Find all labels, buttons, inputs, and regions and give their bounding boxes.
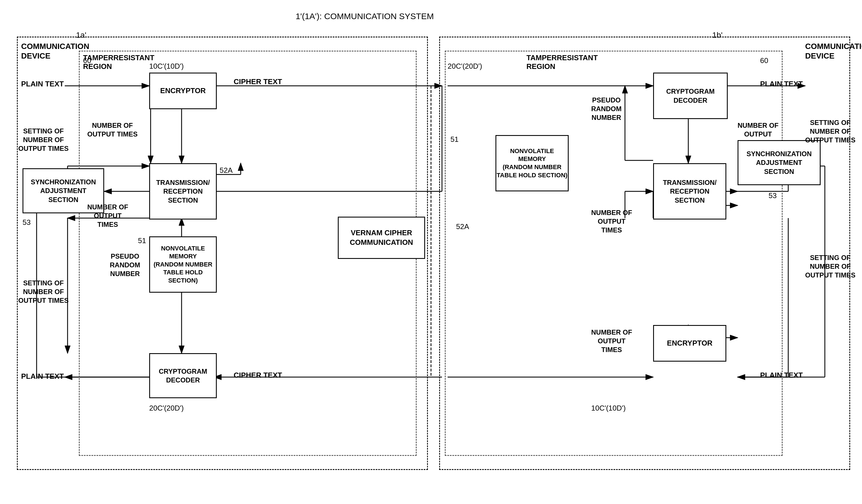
right-51: 51 (450, 135, 459, 144)
right-sync-adjust: SYNCHRONIZATIONADJUSTMENTSECTION (737, 140, 821, 185)
right-nonvolatile-memory: NONVOLATILEMEMORY(RANDOM NUMBERTABLE HOL… (495, 135, 569, 191)
right-tamper-label: TAMPERRESISTANTREGION (526, 53, 598, 71)
left-setting-lower: SETTING OFNUMBER OFOUTPUT TIMES (18, 279, 69, 305)
right-num-output-encryptor: NUMBER OFOUTPUTTIMES (591, 328, 632, 354)
right-60: 60 (760, 56, 768, 65)
left-transmission: TRANSMISSION/RECEPTIONSECTION (149, 163, 217, 220)
left-60: 60 (83, 56, 91, 65)
left-plain-text-out: PLAIN TEXT (21, 372, 64, 381)
cipher-text-top: CIPHER TEXT (234, 77, 282, 86)
right-cryptogram-decoder: CRYPTOGRAMDECODER (653, 72, 728, 119)
right-setting-upper: SETTING OFNUMBER OFOUTPUT TIMES (805, 118, 856, 145)
right-pseudo-random: PSEUDORANDOMNUMBER (591, 96, 622, 122)
right-encryptor: ENCRYPTOR (653, 325, 726, 362)
left-cryptogram-decoder: CRYPTOGRAMDECODER (149, 353, 217, 398)
left-53: 53 (23, 218, 31, 227)
right-decoder-id-top: 20C'(20D') (448, 62, 482, 71)
right-num-output-lower: NUMBER OFOUTPUTTIMES (591, 208, 632, 235)
left-device-id: 1a' (76, 30, 87, 40)
right-plain-text-top: PLAIN TEXT (760, 80, 803, 88)
left-encryptor: ENCRYPTOR (149, 72, 217, 109)
right-device-id: 1b' (712, 30, 723, 40)
right-plain-text-bottom: PLAIN TEXT (760, 371, 803, 380)
cipher-text-bottom: CIPHER TEXT (234, 371, 282, 380)
right-setting-lower: SETTING OFNUMBER OFOUTPUT TIMES (805, 253, 856, 280)
left-num-output-upper: NUMBER OFOUTPUT TIMES (87, 121, 138, 138)
right-53: 53 (769, 191, 777, 200)
left-encryptor-id: 10C'(10D') (149, 62, 184, 71)
left-51: 51 (138, 236, 146, 245)
left-num-output-lower: NUMBER OFOUTPUTTIMES (87, 203, 128, 229)
right-transmission: TRANSMISSION/RECEPTIONSECTION (653, 163, 726, 220)
left-decoder-id: 20C'(20D') (149, 404, 184, 413)
left-plain-text-in: PLAIN TEXT (21, 80, 64, 88)
left-52a: 52A (220, 166, 233, 175)
vernam-cipher: VERNAM CIPHERCOMMUNICATION (338, 217, 425, 259)
left-tamper-label: TAMPERRESISTANTREGION (83, 53, 154, 71)
left-pseudo-random: PSEUDORANDOMNUMBER (110, 252, 140, 278)
right-52a: 52A (456, 222, 469, 231)
right-device-label: COMMUNICATIONDEVICE (805, 42, 862, 61)
system-title: 1'(1A'): COMMUNICATION SYSTEM (296, 11, 434, 22)
left-setting-upper: SETTING OFNUMBER OFOUTPUT TIMES (18, 127, 69, 153)
left-nonvolatile-memory: NONVOLATILEMEMORY(RANDOM NUMBERTABLE HOL… (149, 236, 217, 293)
right-encryptor-id: 10C'(10D') (591, 404, 626, 413)
